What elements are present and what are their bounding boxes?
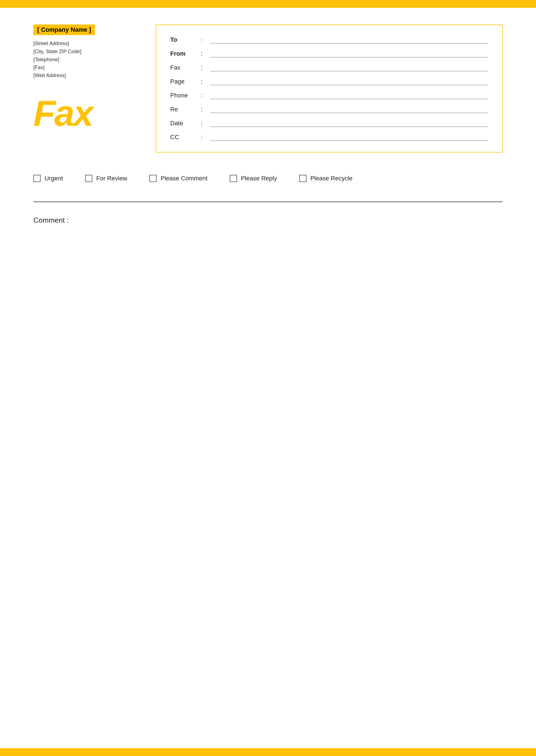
checkbox-box[interactable] <box>150 175 156 182</box>
form-row: Date: <box>170 120 488 127</box>
form-colon: : <box>201 106 203 113</box>
checkbox-box[interactable] <box>299 175 307 182</box>
top-bar <box>0 0 536 8</box>
form-row: To: <box>170 36 488 43</box>
address-line3: [Telephone] <box>33 56 139 64</box>
checkbox-label: For Review <box>96 175 127 182</box>
address-line5: [Web Address] <box>33 72 139 80</box>
form-colon: : <box>201 78 203 85</box>
bottom-bar <box>0 748 536 756</box>
checkboxes-section: UrgentFor ReviewPlease CommentPlease Rep… <box>33 169 503 188</box>
checkbox-box[interactable] <box>85 175 92 182</box>
top-section: [ Company Name ] [Street Address] [City,… <box>33 24 503 153</box>
checkbox-label: Urgent <box>45 175 63 182</box>
company-address: [Street Address] [City, State ZIP Code] … <box>33 40 139 80</box>
address-line2: [City, State ZIP Code] <box>33 48 139 56</box>
checkbox-item-please-comment[interactable]: Please Comment <box>150 175 208 182</box>
form-line[interactable] <box>210 120 488 127</box>
form-line[interactable] <box>210 106 488 113</box>
address-line4: [Fax] <box>33 63 139 72</box>
form-label-page: Page <box>170 78 195 85</box>
checkbox-item-please-reply[interactable]: Please Reply <box>230 175 277 182</box>
comment-section: Comment : <box>33 213 503 228</box>
fax-form-box: To:From:Fax:Page:Phone:Re:Date:CC: <box>156 24 503 153</box>
checkbox-box[interactable] <box>33 175 41 182</box>
form-line[interactable] <box>210 36 488 43</box>
fax-logo: Fax <box>33 95 139 131</box>
comment-label: Comment : <box>33 216 69 224</box>
checkbox-box[interactable] <box>230 175 237 182</box>
checkbox-item-for-review[interactable]: For Review <box>85 175 127 182</box>
checkbox-item-urgent[interactable]: Urgent <box>33 175 63 182</box>
form-row: Phone: <box>170 92 488 99</box>
form-line[interactable] <box>210 78 488 85</box>
form-line[interactable] <box>210 64 488 71</box>
form-colon: : <box>201 50 203 57</box>
form-label-cc: CC <box>170 134 195 141</box>
form-colon: : <box>201 64 203 71</box>
form-label-to: To <box>170 36 195 43</box>
form-row: CC: <box>170 134 488 141</box>
form-label-fax: Fax <box>170 64 195 71</box>
form-row: Re: <box>170 106 488 113</box>
form-line[interactable] <box>210 134 488 141</box>
checkbox-item-please-recycle[interactable]: Please Recycle <box>299 175 353 182</box>
form-line[interactable] <box>210 50 488 57</box>
form-colon: : <box>201 36 203 43</box>
form-label-re: Re <box>170 106 195 113</box>
divider <box>33 201 503 202</box>
main-content: [ Company Name ] [Street Address] [City,… <box>0 8 536 244</box>
form-label-from: From <box>170 50 195 57</box>
form-colon: : <box>201 134 203 141</box>
form-line[interactable] <box>210 92 488 99</box>
form-row: From: <box>170 50 488 57</box>
address-line1: [Street Address] <box>33 40 139 48</box>
form-colon: : <box>201 120 203 127</box>
form-label-phone: Phone <box>170 92 195 99</box>
form-row: Page: <box>170 78 488 85</box>
checkbox-label: Please Recycle <box>311 175 353 182</box>
left-side: [ Company Name ] [Street Address] [City,… <box>33 24 139 153</box>
form-label-date: Date <box>170 120 195 127</box>
company-name-badge: [ Company Name ] <box>33 24 95 35</box>
checkbox-label: Please Reply <box>241 175 277 182</box>
form-row: Fax: <box>170 64 488 71</box>
form-colon: : <box>201 92 203 99</box>
checkbox-label: Please Comment <box>160 175 208 182</box>
